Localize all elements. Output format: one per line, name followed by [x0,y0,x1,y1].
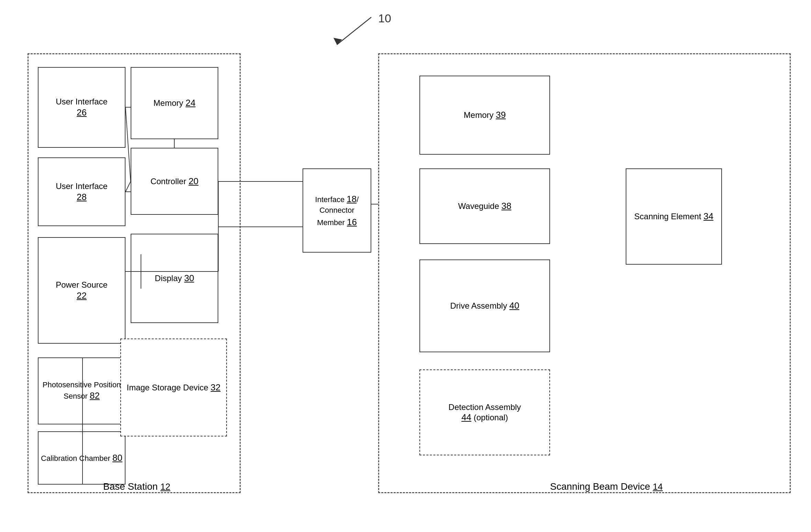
controller-box: Controller 20 [131,148,218,215]
cal-ref: 80 [112,453,122,463]
drive-assembly-box: Drive Assembly 40 [419,259,550,352]
det-ref: 44 [461,412,471,422]
ctrl-ref: 20 [188,176,198,186]
da-ref: 40 [509,300,519,311]
svg-line-0 [337,17,371,45]
ui26-ref: 26 [77,107,87,118]
image-storage-box: Image Storage Device 32 [120,339,227,436]
photo-label: Photosensitive Position Sensor [43,380,121,400]
det-label: Detection Assembly [449,402,521,412]
diagram-number: 10 [378,12,391,25]
mem24-ref: 24 [186,98,196,108]
memory-39-box: Memory 39 [419,76,550,155]
ctrl-label: Controller [151,177,186,186]
photo-ref: 82 [90,390,100,401]
calibration-box: Calibration Chamber 80 [38,431,125,485]
ui26-label: User Interface [56,97,108,106]
memory-24-box: Memory 24 [131,67,218,139]
disp-label: Display [155,274,182,283]
det-note: (optional) [474,413,508,422]
display-box: Display 30 [131,234,218,323]
conn-ref: 16 [347,217,357,227]
ifc-ref: 18 [347,194,357,204]
se-label: Scanning Element [634,212,701,221]
ui28-label: User Interface [56,181,108,191]
user-interface-28-box: User Interface28 [38,157,125,226]
photosensitive-box: Photosensitive Position Sensor 82 [38,357,125,424]
ui28-ref: 28 [77,192,87,202]
da-label: Drive Assembly [450,301,507,310]
scanning-element-box: Scanning Element 34 [626,168,722,265]
cal-label: Calibration Chamber [41,454,110,463]
ps-label: Power Source [56,280,108,289]
disp-ref: 30 [184,273,194,283]
power-source-box: Power Source22 [38,237,125,344]
imgst-label: Image Storage Device [127,383,208,392]
interface-connector-box: Interface 18/ConnectorMember 16 [303,168,371,253]
diagram-number-arrow: 10 [309,10,413,52]
mem39-ref: 39 [496,110,506,120]
se-ref: 34 [703,211,713,221]
diagram: 10 User Interface26 User Interface28 Pow… [0,0,811,532]
user-interface-26-box: User Interface26 [38,67,125,148]
mem39-label: Memory [464,110,494,120]
ps-ref: 22 [77,290,87,301]
wg-label: Waveguide [458,201,499,211]
imgst-ref: 32 [211,382,221,392]
waveguide-box: Waveguide 38 [419,168,550,244]
base-station-label: Base Station 12 [103,481,170,492]
detection-assembly-box: Detection Assembly44 (optional) [419,369,550,455]
scanning-beam-device-label: Scanning Beam Device 14 [550,481,663,492]
wg-ref: 38 [501,201,511,211]
mem24-label: Memory [153,98,183,108]
